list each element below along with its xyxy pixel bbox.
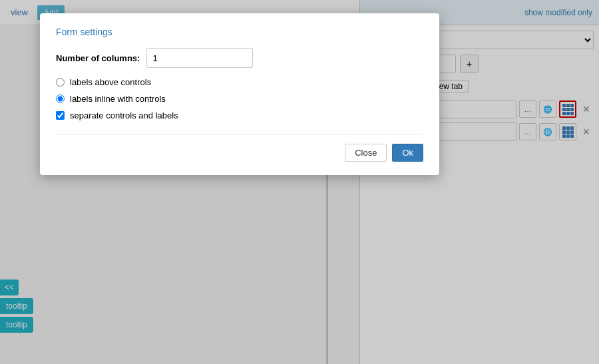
separate-controls-label[interactable]: separate controls and labels [70, 110, 178, 120]
separate-controls-checkbox[interactable] [56, 111, 65, 120]
num-columns-input[interactable] [146, 48, 253, 68]
modal-title: Form settings [56, 27, 423, 37]
radio-labels-inline[interactable] [56, 94, 65, 103]
num-columns-label: Number of columns: [56, 53, 140, 63]
modal-divider [56, 134, 423, 134]
close-button[interactable]: Close [345, 144, 387, 162]
ok-button[interactable]: Ok [392, 144, 423, 162]
modal-footer: Close Ok [56, 144, 423, 162]
num-columns-row: Number of columns: [56, 48, 423, 68]
radio-above-label[interactable]: labels above controls [70, 77, 151, 87]
checkbox-row: separate controls and labels [56, 110, 423, 120]
radio-inline-label[interactable]: labels inline with controls [70, 94, 166, 104]
radio-above-row: labels above controls [56, 77, 423, 87]
radio-inline-row: labels inline with controls [56, 94, 423, 104]
modal-dialog: Form settings Number of columns: labels … [40, 13, 439, 175]
radio-labels-above[interactable] [56, 78, 65, 87]
